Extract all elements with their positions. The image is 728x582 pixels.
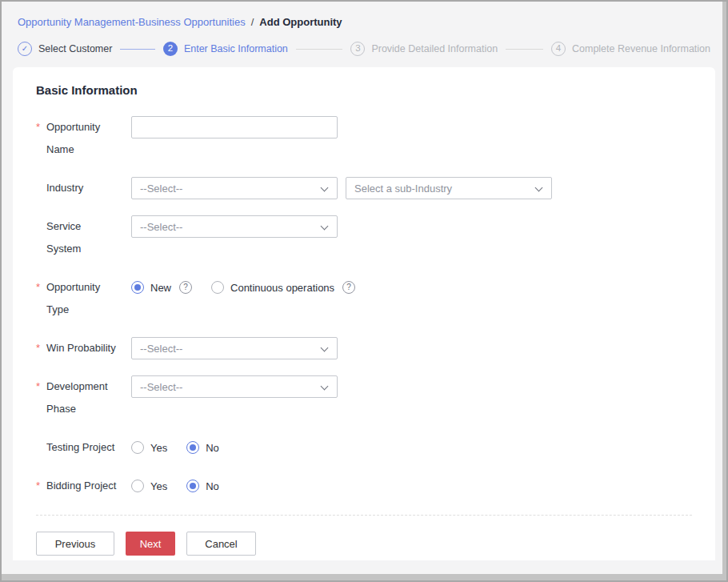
opportunity-type-new-radio[interactable] — [131, 281, 144, 294]
field-service-system: Service System --Select-- — [36, 215, 692, 260]
cancel-button[interactable]: Cancel — [186, 532, 256, 556]
field-industry: Industry --Select-- Select a sub-Industr… — [36, 177, 692, 199]
wizard-stepper: ✓ Select Customer 2 Enter Basic Informat… — [18, 42, 710, 56]
chevron-down-icon — [321, 344, 329, 352]
step-1-check-icon: ✓ — [18, 42, 32, 56]
chevron-down-icon — [321, 223, 329, 231]
required-asterisk: * — [36, 375, 46, 420]
chevron-down-icon — [321, 383, 329, 391]
testing-project-label: Testing Project — [36, 436, 131, 459]
field-bidding-project: * Bidding Project Yes No — [36, 475, 692, 497]
field-development-phase: * Development Phase --Select-- — [36, 375, 692, 420]
development-phase-select[interactable]: --Select-- — [131, 375, 338, 398]
bidding-project-no-radio[interactable] — [186, 480, 199, 492]
step-2-enter-basic-information[interactable]: 2 Enter Basic Information — [163, 42, 288, 56]
step-3-provide-detailed-information[interactable]: 3 Provide Detailed Information — [350, 42, 498, 56]
win-probability-label: * Win Probability — [36, 337, 131, 359]
required-asterisk: * — [36, 276, 46, 321]
next-button[interactable]: Next — [126, 532, 175, 556]
top-bar: Opportunity Management-Business Opportun… — [2, 2, 726, 56]
sub-industry-select[interactable]: Select a sub-Industry — [346, 177, 552, 199]
chevron-down-icon — [535, 184, 543, 192]
industry-select[interactable]: --Select-- — [131, 177, 338, 199]
previous-button[interactable]: Previous — [36, 532, 114, 556]
step-4-badge: 4 — [551, 42, 566, 56]
step-connector-2 — [296, 49, 343, 50]
step-4-complete-revenue-information[interactable]: 4 Complete Revenue Information — [551, 42, 710, 56]
step-2-label: Enter Basic Information — [184, 43, 288, 54]
opportunity-type-label: * Opportunity Type — [36, 276, 131, 321]
field-win-probability: * Win Probability --Select-- — [36, 337, 692, 359]
service-system-select[interactable]: --Select-- — [131, 215, 338, 238]
opportunity-name-input[interactable] — [131, 116, 338, 138]
development-phase-label: * Development Phase — [36, 375, 131, 420]
step-3-badge: 3 — [350, 42, 365, 56]
bidding-project-yes-radio[interactable] — [131, 480, 144, 492]
required-asterisk: * — [36, 116, 46, 161]
industry-label: Industry — [36, 177, 131, 199]
opportunity-name-label: * Opportunity Name — [36, 116, 131, 161]
breadcrumb-current-page: Add Opportunity — [259, 16, 342, 28]
step-connector-1 — [120, 49, 155, 50]
field-opportunity-name: * Opportunity Name — [36, 116, 692, 161]
win-probability-select[interactable]: --Select-- — [131, 337, 338, 359]
step-1-select-customer[interactable]: ✓ Select Customer — [18, 42, 112, 56]
required-asterisk: * — [36, 475, 46, 497]
required-asterisk: * — [36, 337, 46, 359]
app-window: Opportunity Management-Business Opportun… — [0, 0, 728, 582]
step-2-badge: 2 — [163, 42, 178, 56]
section-title: Basic Information — [36, 67, 692, 97]
breadcrumb: Opportunity Management-Business Opportun… — [18, 16, 710, 28]
form-actions: Previous Next Cancel — [36, 532, 692, 556]
vertical-scrollbar[interactable] — [722, 2, 726, 580]
step-connector-3 — [506, 49, 543, 50]
step-3-label: Provide Detailed Information — [371, 43, 498, 54]
step-1-label: Select Customer — [38, 43, 112, 54]
basic-information-card: Basic Information * Opportunity Name Ind… — [13, 67, 715, 560]
opportunity-type-new-help-icon[interactable]: ? — [179, 281, 192, 294]
testing-project-no-radio[interactable] — [186, 441, 199, 454]
breadcrumb-separator: / — [251, 16, 254, 28]
field-testing-project: Testing Project Yes No — [36, 436, 692, 459]
footer-divider — [36, 515, 692, 516]
step-4-label: Complete Revenue Information — [572, 43, 710, 54]
field-opportunity-type: * Opportunity Type New ? Continuous oper… — [36, 276, 692, 321]
opportunity-type-continuous-help-icon[interactable]: ? — [342, 281, 355, 294]
breadcrumb-link[interactable]: Opportunity Management-Business Opportun… — [18, 16, 246, 28]
chevron-down-icon — [321, 184, 329, 192]
bidding-project-label: * Bidding Project — [36, 475, 131, 497]
testing-project-yes-radio[interactable] — [131, 441, 144, 454]
opportunity-type-continuous-radio[interactable] — [211, 281, 224, 294]
service-system-label: Service System — [36, 215, 131, 260]
horizontal-scrollbar[interactable] — [2, 574, 726, 580]
